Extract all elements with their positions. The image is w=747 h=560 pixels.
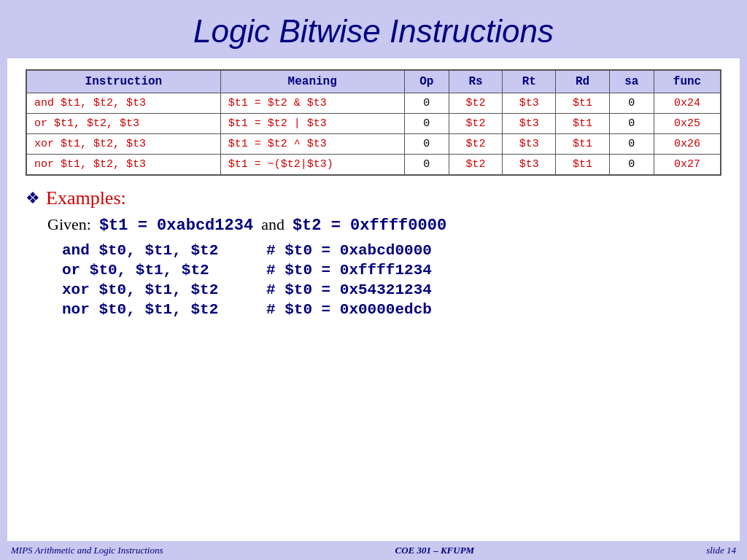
table-row: xor $t1, $t2, $t3 $t1 = $t2 ^ $t3 0 $t2 …: [26, 134, 721, 155]
cell-op: 0: [404, 93, 449, 114]
example-comment: # $t0 = 0xabcd0000: [266, 242, 432, 259]
cell-rt: $t3: [503, 155, 556, 176]
example-instruction: and $t0, $t1, $t2: [62, 242, 266, 259]
cell-func: 0x25: [654, 114, 721, 134]
cell-func: 0x27: [654, 155, 721, 176]
given-prefix: Given:: [47, 215, 91, 233]
slide: Logic Bitwise Instructions Instruction M…: [0, 0, 747, 560]
given-t2: $t2 = 0xffff0000: [293, 217, 446, 235]
cell-meaning: $t1 = $t2 | $t3: [220, 114, 404, 134]
col-header-instruction: Instruction: [26, 70, 220, 93]
cell-rt: $t3: [503, 134, 556, 155]
example-row: and $t0, $t1, $t2 # $t0 = 0xabcd0000: [62, 242, 721, 259]
example-row: or $t0, $t1, $t2 # $t0 = 0xffff1234: [62, 262, 721, 279]
examples-label: Examples:: [46, 187, 126, 209]
cell-op: 0: [404, 134, 449, 155]
cell-sa: 0: [609, 114, 654, 134]
example-comment: # $t0 = 0x0000edcb: [266, 301, 432, 318]
col-header-func: func: [654, 70, 721, 93]
cell-instruction: nor $t1, $t2, $t3: [26, 155, 220, 176]
col-header-op: Op: [404, 70, 449, 93]
example-instruction: xor $t0, $t1, $t2: [62, 281, 266, 298]
title-bar: Logic Bitwise Instructions: [0, 0, 747, 58]
cell-op: 0: [404, 114, 449, 134]
cell-rd: $t1: [556, 93, 609, 114]
cell-meaning: $t1 = $t2 ^ $t3: [220, 134, 404, 155]
cell-instruction: or $t1, $t2, $t3: [26, 114, 220, 134]
cell-rs: $t2: [449, 114, 502, 134]
example-instruction: or $t0, $t1, $t2: [62, 262, 266, 279]
example-comment: # $t0 = 0x54321234: [266, 281, 432, 298]
footer-center: COE 301 – KFUPM: [395, 545, 474, 556]
table-row: or $t1, $t2, $t3 $t1 = $t2 | $t3 0 $t2 $…: [26, 114, 721, 134]
table-row: nor $t1, $t2, $t3 $t1 = ~($t2|$t3) 0 $t2…: [26, 155, 721, 176]
diamond-icon: ❖: [26, 189, 40, 208]
table-row: and $t1, $t2, $t3 $t1 = $t2 & $t3 0 $t2 …: [26, 93, 721, 114]
given-line: Given: $t1 = 0xabcd1234 and $t2 = 0xffff…: [47, 215, 721, 235]
cell-func: 0x24: [654, 93, 721, 114]
example-comment: # $t0 = 0xffff1234: [266, 262, 432, 279]
footer-left: MIPS Arithmetic and Logic Instructions: [11, 545, 163, 556]
cell-rs: $t2: [449, 155, 502, 176]
cell-meaning: $t1 = $t2 & $t3: [220, 93, 404, 114]
example-instruction: nor $t0, $t1, $t2: [62, 301, 266, 318]
cell-rs: $t2: [449, 134, 502, 155]
cell-instruction: xor $t1, $t2, $t3: [26, 134, 220, 155]
cell-rs: $t2: [449, 93, 502, 114]
example-row: xor $t0, $t1, $t2 # $t0 = 0x54321234: [62, 281, 721, 298]
cell-rt: $t3: [503, 93, 556, 114]
cell-sa: 0: [609, 134, 654, 155]
cell-sa: 0: [609, 155, 654, 176]
table-header-row: Instruction Meaning Op Rs Rt Rd sa func: [26, 70, 721, 93]
cell-meaning: $t1 = ~($t2|$t3): [220, 155, 404, 176]
cell-rd: $t1: [556, 134, 609, 155]
given-and-word: and: [261, 215, 285, 233]
cell-instruction: and $t1, $t2, $t3: [26, 93, 220, 114]
examples-section: ❖ Examples: Given: $t1 = 0xabcd1234 and …: [26, 187, 721, 321]
cell-op: 0: [404, 155, 449, 176]
col-header-rd: Rd: [556, 70, 609, 93]
col-header-meaning: Meaning: [220, 70, 404, 93]
example-row: nor $t0, $t1, $t2 # $t0 = 0x0000edcb: [62, 301, 721, 318]
slide-title: Logic Bitwise Instructions: [15, 13, 732, 50]
cell-rt: $t3: [503, 114, 556, 134]
footer-right: slide 14: [706, 545, 736, 556]
col-header-sa: sa: [609, 70, 654, 93]
col-header-rt: Rt: [503, 70, 556, 93]
cell-sa: 0: [609, 93, 654, 114]
col-header-rs: Rs: [449, 70, 502, 93]
given-t1: $t1 = 0xabcd1234: [99, 217, 253, 235]
cell-func: 0x26: [654, 134, 721, 155]
footer-bar: MIPS Arithmetic and Logic Instructions C…: [0, 541, 747, 560]
main-content: Instruction Meaning Op Rs Rt Rd sa func …: [7, 58, 740, 541]
cell-rd: $t1: [556, 114, 609, 134]
instruction-table: Instruction Meaning Op Rs Rt Rd sa func …: [26, 69, 721, 176]
cell-rd: $t1: [556, 155, 609, 176]
examples-title: ❖ Examples:: [26, 187, 721, 209]
